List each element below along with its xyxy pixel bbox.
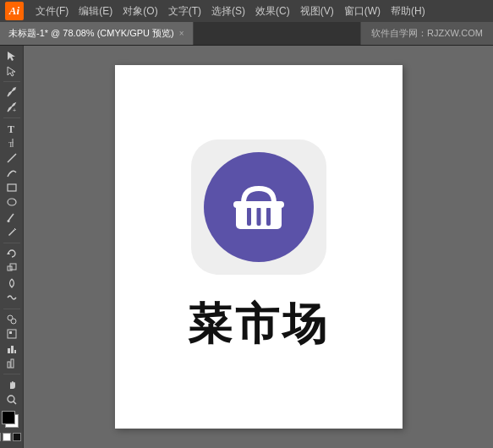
black-swatch[interactable] xyxy=(13,433,21,441)
menu-file[interactable]: 文件(F) xyxy=(30,0,74,22)
svg-point-24 xyxy=(8,396,14,402)
ellipse-tool[interactable] xyxy=(3,195,21,210)
menu-bar: Ai 文件(F) 编辑(E) 对象(O) 文字(T) 选择(S) 效果(C) 视… xyxy=(0,0,493,22)
menu-effect[interactable]: 效果(C) xyxy=(250,0,295,22)
tab-active-label: 未标题-1* @ 78.08% (CMYK/GPU 预览) xyxy=(8,27,174,40)
paintbrush-tool[interactable] xyxy=(3,210,21,225)
toolbar-divider-3 xyxy=(3,243,20,243)
color-mode-row xyxy=(0,433,24,441)
warp-tool[interactable] xyxy=(3,291,21,305)
svg-point-16 xyxy=(11,319,16,324)
direct-selection-tool[interactable] xyxy=(3,64,21,79)
column-graph-tool[interactable] xyxy=(3,357,21,371)
type-tool[interactable]: T xyxy=(3,122,21,136)
svg-point-10 xyxy=(7,220,9,222)
toolbar-divider-4 xyxy=(3,309,20,309)
svg-rect-29 xyxy=(266,207,271,226)
left-toolbar: + T T xyxy=(0,46,24,448)
app-logo-text: Ai xyxy=(9,4,19,18)
toolbar-divider-1 xyxy=(3,81,20,82)
artboard: 菜市场 xyxy=(115,65,403,429)
svg-rect-20 xyxy=(11,346,14,353)
line-tool[interactable] xyxy=(3,151,21,166)
color-area xyxy=(0,407,24,445)
svg-rect-19 xyxy=(8,348,10,353)
svg-rect-28 xyxy=(256,207,260,226)
foreground-color-swatch[interactable] xyxy=(2,411,15,424)
tab-secondary-label: 软件自学网：RJZXW.COM xyxy=(371,27,483,40)
tab-active[interactable]: 未标题-1* @ 78.08% (CMYK/GPU 预览) × xyxy=(0,22,194,45)
menu-view[interactable]: 视图(V) xyxy=(295,0,339,22)
svg-marker-1 xyxy=(8,67,15,76)
arc-tool[interactable] xyxy=(3,166,21,180)
svg-point-2 xyxy=(13,88,15,90)
svg-point-9 xyxy=(8,199,16,205)
svg-line-25 xyxy=(14,402,16,404)
selection-tool[interactable] xyxy=(3,49,21,63)
shape-builder-tool[interactable] xyxy=(3,312,21,326)
svg-marker-12 xyxy=(7,252,10,254)
graph-tool[interactable] xyxy=(3,341,21,356)
menu-edit[interactable]: 编辑(E) xyxy=(74,0,118,22)
live-paint-tool[interactable] xyxy=(3,327,21,341)
rotate-tool[interactable] xyxy=(3,246,21,260)
app-logo-box: Ai xyxy=(5,2,24,20)
svg-line-7 xyxy=(8,154,16,162)
pencil-tool[interactable] xyxy=(3,225,21,239)
svg-rect-27 xyxy=(247,207,251,226)
none-color-swatch[interactable] xyxy=(0,433,1,441)
width-tool[interactable] xyxy=(3,276,21,290)
svg-rect-30 xyxy=(233,201,284,208)
zoom-tool[interactable] xyxy=(3,393,21,407)
add-anchor-tool[interactable]: + xyxy=(3,100,21,114)
color-squares[interactable] xyxy=(2,411,22,431)
tab-bar: 未标题-1* @ 78.08% (CMYK/GPU 预览) × 软件自学网：RJ… xyxy=(0,22,493,46)
menu-select[interactable]: 选择(S) xyxy=(206,0,250,22)
svg-rect-22 xyxy=(8,362,10,368)
menu-window[interactable]: 窗口(W) xyxy=(339,0,386,22)
svg-rect-21 xyxy=(14,350,16,353)
vertical-type-tool[interactable]: T xyxy=(3,136,21,150)
menu-help[interactable]: 帮助(H) xyxy=(386,0,430,22)
tab-secondary: 软件自学网：RJZXW.COM xyxy=(360,22,493,45)
app-icon-container xyxy=(191,139,326,275)
svg-marker-0 xyxy=(8,52,15,61)
basket-icon xyxy=(225,173,293,241)
pen-tool[interactable] xyxy=(3,85,21,100)
svg-rect-18 xyxy=(9,331,12,334)
svg-text:+: + xyxy=(13,107,16,113)
svg-rect-8 xyxy=(8,184,16,191)
hand-tool[interactable] xyxy=(3,378,21,392)
tab-close-button[interactable]: × xyxy=(179,29,184,38)
canvas-area: 菜市场 xyxy=(24,46,493,448)
toolbar-divider-5 xyxy=(3,374,20,374)
app-title: 菜市场 xyxy=(188,295,330,354)
svg-text:T: T xyxy=(8,123,14,134)
svg-rect-23 xyxy=(11,359,14,368)
app-icon-circle xyxy=(204,152,314,262)
menu-text[interactable]: 文字(T) xyxy=(163,0,206,22)
white-swatch[interactable] xyxy=(3,433,11,441)
main-area: + T T xyxy=(0,46,493,448)
toolbar-divider-2 xyxy=(3,117,20,118)
rectangle-tool[interactable] xyxy=(3,181,21,195)
menu-object[interactable]: 对象(O) xyxy=(118,0,162,22)
scale-tool[interactable] xyxy=(3,261,21,276)
